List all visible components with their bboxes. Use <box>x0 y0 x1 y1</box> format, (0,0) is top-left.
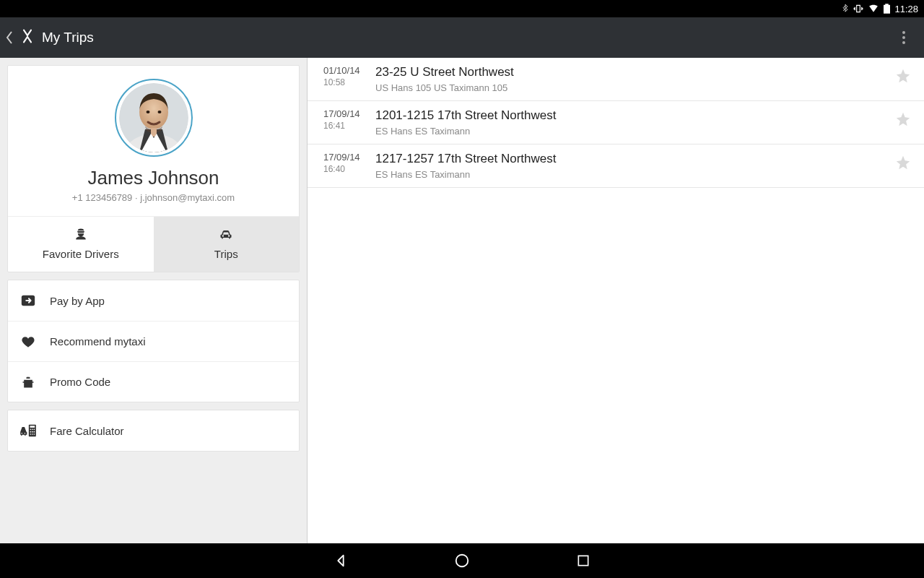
arrow-box-icon <box>18 293 38 309</box>
favorite-star-button[interactable] <box>892 65 914 84</box>
tab-favorite-drivers[interactable]: Favorite Drivers <box>8 217 154 272</box>
menu-recommend[interactable]: Recommend mytaxi <box>8 321 299 361</box>
trip-row[interactable]: 17/09/14 16:40 1217-1257 17th Street Nor… <box>308 144 924 188</box>
svg-rect-12 <box>30 426 35 428</box>
menu-promo-code[interactable]: Promo Code <box>8 361 299 402</box>
trip-driver: ES Hans ES Taximann <box>375 126 892 137</box>
status-time: 11:28 <box>894 4 918 14</box>
svg-point-16 <box>30 431 32 433</box>
menu-label: Promo Code <box>50 376 110 388</box>
profile-name: James Johnson <box>8 167 299 189</box>
tab-label: Favorite Drivers <box>43 248 119 260</box>
svg-point-7 <box>146 111 149 113</box>
profile-phone: +1 123456789 <box>72 192 133 203</box>
nav-recent-button[interactable] <box>573 551 593 571</box>
trip-time: 16:40 <box>323 164 371 174</box>
trip-driver: US Hans 105 US Taximann 105 <box>375 82 892 93</box>
trip-address: 1217-1257 17th Street Northwest <box>375 152 892 166</box>
battery-icon <box>884 4 890 14</box>
svg-point-15 <box>34 429 35 431</box>
trip-address: 23-25 U Street Northwest <box>375 65 892 79</box>
bluetooth-icon <box>842 4 849 14</box>
menu-fare-calculator[interactable]: Fare Calculator <box>8 410 299 451</box>
svg-point-8 <box>157 111 161 113</box>
page-title: My Trips <box>42 30 94 46</box>
svg-point-19 <box>30 434 32 435</box>
nav-home-button[interactable] <box>452 551 472 571</box>
svg-point-20 <box>32 434 33 435</box>
system-nav-bar <box>0 543 924 578</box>
tab-label: Trips <box>214 248 238 260</box>
svg-point-2 <box>902 41 905 44</box>
trip-address: 1201-1215 17th Street Northwest <box>375 108 892 123</box>
vibrate-icon <box>853 4 863 14</box>
svg-point-14 <box>32 429 33 431</box>
favorite-star-button[interactable] <box>892 152 914 171</box>
profile-email: j.johnson@mytaxi.com <box>140 192 235 203</box>
status-bar: 11:28 <box>0 0 924 17</box>
action-bar: My Trips <box>0 17 924 58</box>
calculator-icon <box>18 423 38 438</box>
menu-label: Recommend mytaxi <box>50 335 146 348</box>
menu-pay-by-app[interactable]: Pay by App <box>8 280 299 321</box>
trip-time: 16:41 <box>323 121 371 131</box>
app-logo-icon <box>20 29 35 46</box>
back-button[interactable] <box>6 31 13 44</box>
trip-date: 01/10/14 <box>323 65 371 76</box>
svg-point-22 <box>456 555 468 567</box>
svg-rect-23 <box>578 556 588 565</box>
nav-back-button[interactable] <box>331 551 351 571</box>
gift-icon <box>18 375 38 389</box>
car-icon <box>154 227 300 243</box>
profile-card: James Johnson +1 123456789 · j.johnson@m… <box>7 65 300 272</box>
svg-point-0 <box>902 31 905 34</box>
heart-icon <box>18 335 38 349</box>
trip-date: 17/09/14 <box>323 108 371 119</box>
tab-trips[interactable]: Trips <box>154 217 300 272</box>
svg-point-17 <box>32 431 33 433</box>
trip-driver: ES Hans ES Taximann <box>375 169 892 180</box>
avatar[interactable] <box>115 79 193 157</box>
menu-label: Pay by App <box>50 295 105 307</box>
menu-group-1: Pay by App Recommend mytaxi Promo Code <box>7 280 300 402</box>
menu-label: Fare Calculator <box>50 425 124 437</box>
overflow-menu-button[interactable] <box>889 23 918 52</box>
svg-point-13 <box>30 429 32 431</box>
trips-list: 01/10/14 10:58 23-25 U Street Northwest … <box>308 58 924 543</box>
svg-point-21 <box>34 434 35 435</box>
trip-time: 10:58 <box>323 77 371 87</box>
trip-date: 17/09/14 <box>323 152 371 163</box>
profile-contact: +1 123456789 · j.johnson@mytaxi.com <box>8 192 299 203</box>
svg-point-1 <box>902 36 905 39</box>
wifi-icon <box>868 4 879 14</box>
favorite-star-button[interactable] <box>892 108 914 127</box>
trip-row[interactable]: 01/10/14 10:58 23-25 U Street Northwest … <box>308 58 924 101</box>
menu-group-2: Fare Calculator <box>7 410 300 452</box>
svg-point-18 <box>34 431 35 433</box>
trip-row[interactable]: 17/09/14 16:41 1201-1215 17th Street Nor… <box>308 101 924 144</box>
driver-icon <box>8 227 154 243</box>
